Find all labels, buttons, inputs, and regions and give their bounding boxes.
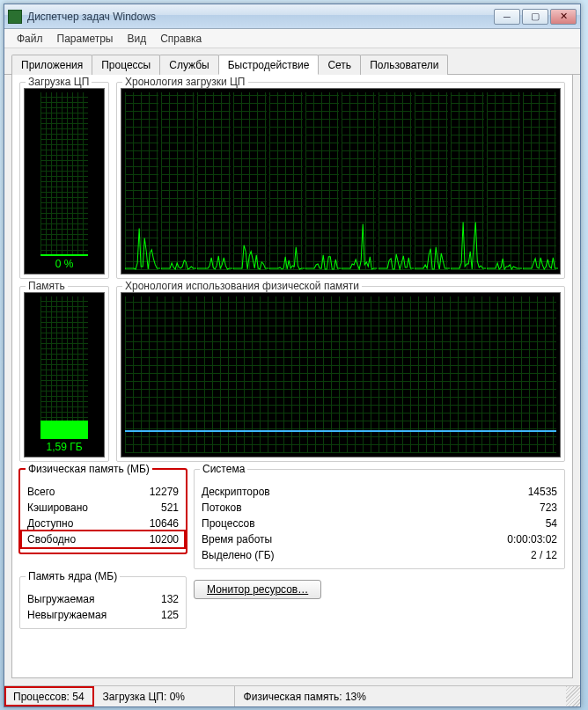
menu-options[interactable]: Параметры (50, 31, 121, 47)
cpu-core-graph (451, 92, 484, 270)
kernel-paged-value: 132 (161, 591, 179, 607)
cpu-usage-value: 0 % (28, 258, 100, 270)
tab-processes[interactable]: Процессы (92, 55, 160, 75)
phys-cached-value: 521 (161, 500, 179, 516)
menu-view[interactable]: Вид (120, 31, 153, 47)
minimize-button[interactable]: ─ (494, 9, 520, 25)
status-processes: Процессов: 54 (4, 686, 94, 706)
kernel-memory-group: Память ядра (МБ) Выгружаемая132 Невыгруж… (19, 576, 187, 629)
sys-threads-value: 723 (540, 500, 557, 516)
cpu-usage-label: Загрузка ЦП (26, 76, 92, 88)
tab-network[interactable]: Сеть (318, 55, 361, 75)
kernel-paged-label: Выгружаемая (27, 591, 94, 607)
phys-free-label: Свободно (27, 531, 76, 547)
cpu-core-graph (197, 92, 231, 270)
sys-procs-value: 54 (546, 516, 557, 531)
sys-commit-value: 2 / 12 (531, 547, 557, 563)
cpu-core-graph (415, 92, 448, 270)
phys-total-label: Всего (27, 484, 55, 500)
sys-handles-value: 14535 (528, 484, 557, 500)
system-title: Система (200, 463, 247, 475)
physical-memory-group: Физическая память (МБ) Всего12279 Кэширо… (19, 469, 187, 553)
performance-panel: Загрузка ЦП 0 % Хронология загрузки ЦП П… (11, 75, 573, 678)
cpu-core-graph (233, 92, 267, 270)
kernel-memory-title: Память ядра (МБ) (26, 570, 120, 582)
sys-uptime-value: 0:00:03:02 (507, 531, 557, 547)
status-cpu: Загрузка ЦП: 0% (94, 686, 235, 706)
titlebar[interactable]: Диспетчер задач Windows ─ ▢ ✕ (4, 4, 580, 29)
cpu-history-graph (121, 88, 561, 274)
cpu-usage-meter: 0 % (24, 88, 105, 274)
memory-usage-value: 1,59 ГБ (28, 441, 100, 453)
menubar: Файл Параметры Вид Справка (4, 29, 580, 48)
phys-cached-label: Кэшировано (27, 500, 88, 516)
sys-uptime-label: Время работы (202, 531, 272, 547)
cpu-history-group: Хронология загрузки ЦП (116, 82, 565, 279)
memory-usage-group: Память 1,59 ГБ (19, 286, 109, 462)
sys-handles-label: Дескрипторов (202, 484, 270, 500)
cpu-core-graph (125, 92, 158, 270)
statusbar: Процессов: 54 Загрузка ЦП: 0% Физическая… (4, 685, 580, 706)
kernel-nonpaged-label: Невыгружаемая (27, 607, 107, 623)
tab-users[interactable]: Пользователи (360, 55, 448, 75)
sys-threads-label: Потоков (202, 500, 242, 516)
memory-history-graph (121, 292, 561, 457)
memory-history-group: Хронология использования физической памя… (116, 286, 565, 462)
app-icon (8, 10, 22, 24)
window-title: Диспетчер задач Windows (27, 11, 494, 23)
kernel-nonpaged-value: 125 (161, 607, 179, 623)
phys-avail-value: 10646 (150, 516, 179, 531)
tab-services[interactable]: Службы (159, 55, 218, 75)
tab-applications[interactable]: Приложения (11, 55, 92, 75)
resource-monitor-button[interactable]: Монитор ресурсов… (194, 580, 321, 599)
phys-avail-label: Доступно (27, 516, 73, 531)
cpu-history-label: Хронология загрузки ЦП (122, 76, 248, 88)
cpu-core-graph (161, 92, 195, 270)
phys-total-value: 12279 (150, 484, 179, 500)
cpu-core-graph (305, 92, 339, 270)
close-button[interactable]: ✕ (550, 9, 577, 25)
tabbar: Приложения Процессы Службы Быстродействи… (4, 48, 580, 75)
status-memory: Физическая память: 13% (235, 686, 566, 706)
cpu-core-graph (487, 92, 520, 270)
memory-usage-label: Память (26, 280, 68, 292)
sys-procs-label: Процессов (202, 516, 255, 531)
cpu-core-graph (379, 92, 412, 270)
sys-commit-label: Выделено (ГБ) (202, 547, 275, 563)
system-group: Система Дескрипторов14535 Потоков723 Про… (194, 469, 565, 569)
memory-history-label: Хронология использования физической памя… (122, 280, 362, 292)
cpu-usage-group: Загрузка ЦП 0 % (19, 82, 109, 279)
maximize-button[interactable]: ▢ (522, 9, 548, 25)
task-manager-window: Диспетчер задач Windows ─ ▢ ✕ Файл Парам… (4, 4, 581, 707)
phys-free-value: 10200 (150, 531, 179, 547)
cpu-core-graph (342, 92, 375, 270)
resize-grip[interactable] (566, 686, 580, 706)
menu-help[interactable]: Справка (153, 31, 209, 47)
cpu-core-graph (523, 92, 556, 270)
cpu-core-graph (269, 92, 303, 270)
menu-file[interactable]: Файл (10, 31, 50, 47)
memory-usage-meter: 1,59 ГБ (24, 292, 105, 457)
physical-memory-title: Физическая память (МБ) (26, 463, 152, 475)
tab-performance[interactable]: Быстродействие (218, 55, 320, 75)
